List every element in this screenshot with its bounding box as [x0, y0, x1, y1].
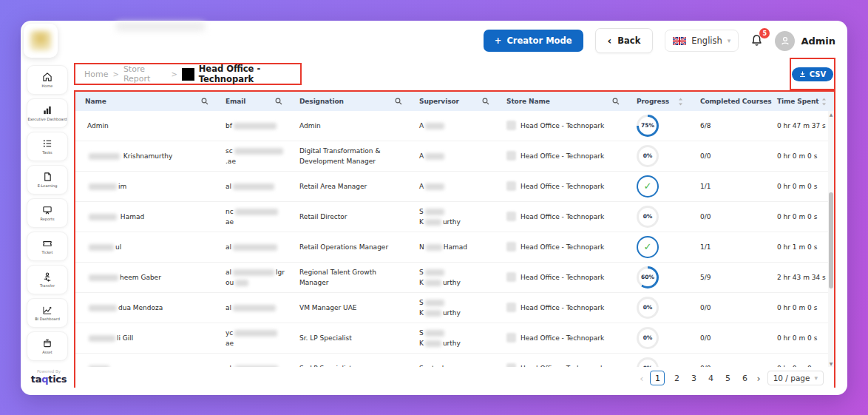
store-name-cell: Head Office - Technopark	[497, 117, 627, 135]
page-size-select[interactable]: 10 / page ▾	[767, 371, 824, 385]
store-name-text: Head Office - Technopark	[521, 272, 604, 283]
scroll-down-icon[interactable]: ▼	[828, 361, 834, 366]
page-size-value: 10 / page	[773, 374, 810, 382]
vertical-scrollbar[interactable]: ▲ ▼	[828, 111, 834, 367]
blurred-segment	[425, 123, 444, 129]
chevron-down-icon: ▾	[814, 374, 818, 382]
table-row: heem GaberallgrouRegional Talent Growth …	[75, 263, 834, 293]
search-icon[interactable]	[482, 98, 489, 105]
blurred-segment	[234, 330, 277, 337]
notification-badge: 5	[759, 28, 770, 38]
sidebar-item-label: BI Dashboard	[35, 317, 60, 321]
redacted-text-line: li Gill	[87, 334, 133, 342]
pagination-page-3[interactable]: 3	[688, 374, 699, 383]
sidebar-item-elearning[interactable]: E-Learning	[27, 165, 68, 195]
creator-mode-button[interactable]: + Creator Mode	[484, 30, 583, 52]
store-name-cell: Head Office - Technopark	[497, 299, 627, 317]
breadcrumb-separator: >	[171, 70, 177, 78]
pagination-page-6[interactable]: 6	[739, 374, 750, 383]
pagination-prev-icon[interactable]: ‹	[640, 374, 643, 383]
column-header-supervisor: Supervisor	[410, 92, 497, 111]
store-name-text: Head Office - Technopark	[521, 121, 604, 131]
sidebar-item-label: Tasks	[42, 150, 52, 155]
designation-cell: Sr. LP Specialist	[290, 360, 410, 367]
time-spent-cell: 0 hr 0 m 0 s	[767, 147, 834, 165]
sidebar-item-transfer[interactable]: Transfer	[27, 265, 68, 294]
blurred-segment	[89, 214, 117, 220]
progress-cell: 0%	[627, 323, 691, 353]
pagination-page-1[interactable]: 1	[650, 371, 665, 385]
completed-courses-cell: 6/8	[691, 117, 767, 135]
pagination-page-4[interactable]: 4	[705, 374, 716, 383]
search-icon[interactable]	[395, 98, 402, 105]
pagination-next-icon[interactable]: ›	[756, 374, 760, 383]
blurred-segment	[89, 274, 118, 281]
sidebar-item-label: Reports	[40, 217, 54, 221]
scrollbar-thumb[interactable]	[829, 192, 833, 289]
designation-cell: Regional Talent Growth Manager	[290, 263, 410, 292]
supervisor-cell: A	[410, 147, 497, 165]
breadcrumb-store-report[interactable]: Store Report	[123, 64, 167, 84]
store-name-cell: Head Office - Technopark	[497, 147, 627, 165]
csv-download-button[interactable]: CSV	[792, 67, 833, 81]
sidebar-item-tasks[interactable]: Tasks	[27, 132, 68, 161]
sidebar-item-ticket[interactable]: Ticket	[27, 232, 68, 261]
time-spent-cell: 0 hr 1 m 0 s	[767, 238, 834, 256]
chevron-down-icon: ▾	[728, 37, 731, 44]
store-logo-blur	[506, 121, 516, 130]
search-icon[interactable]	[275, 98, 282, 105]
blurred-segment	[89, 365, 109, 367]
store-logo-blur	[506, 212, 516, 221]
redacted-text-line: sc.ae	[226, 147, 285, 165]
store-logo-blur	[506, 363, 516, 367]
scroll-up-icon[interactable]: ▲	[828, 112, 834, 117]
blurred-segment	[425, 300, 444, 306]
column-label: Completed Courses	[700, 98, 772, 105]
store-name-text: Head Office - Technopark	[521, 242, 604, 252]
search-icon[interactable]	[612, 98, 620, 105]
column-label: Designation	[299, 98, 344, 105]
column-header-email: Email	[216, 92, 290, 111]
store-logo-blur	[506, 151, 516, 161]
redacted-text-line: Kurthy	[419, 279, 461, 286]
time-spent-cell: 2 hr 43 m 34 s	[767, 269, 834, 286]
company-logo[interactable]	[24, 24, 58, 58]
progress-cell: 60%	[627, 263, 691, 292]
sidebar-item-asset[interactable]: Asset	[27, 331, 68, 361]
redacted-text-line: ou	[226, 279, 250, 286]
plus-icon: +	[495, 36, 502, 46]
redacted-title-blur	[115, 22, 206, 31]
sidebar-item-executive-dashboard[interactable]: Executive Dashboard	[27, 98, 68, 128]
sidebar-item-bi-dashboard[interactable]: BI Dashboard	[27, 298, 68, 328]
redacted-text-line: Kurthy	[419, 340, 461, 347]
progress-cell: 0%	[627, 293, 691, 323]
pagination-pages: 123456	[650, 371, 750, 385]
blurred-segment	[233, 183, 274, 190]
csv-export-area: CSV	[790, 58, 835, 90]
breadcrumb-home[interactable]: Home	[84, 70, 108, 79]
search-icon[interactable]	[201, 98, 208, 105]
store-name-cell: Head Office - Technopark	[497, 360, 627, 367]
column-header-store-name: Store Name	[497, 92, 627, 111]
sort-icon[interactable]	[821, 98, 827, 106]
language-selector[interactable]: English ▾	[665, 30, 739, 52]
store-logo-blur	[506, 181, 516, 191]
completed-courses-cell: 0/0	[691, 360, 767, 367]
progress-ring: 0%	[637, 297, 659, 319]
pagination-page-2[interactable]: 2	[671, 374, 682, 383]
redacted-text-line: Santosh	[419, 365, 446, 367]
back-button[interactable]: ‹ Back	[595, 28, 654, 53]
blurred-segment	[426, 244, 442, 251]
download-icon	[799, 71, 806, 78]
designation-cell: Admin	[290, 117, 410, 135]
pagination-page-5[interactable]: 5	[722, 374, 733, 383]
notifications-button[interactable]: 5	[750, 34, 763, 47]
progress-value: 0%	[639, 147, 657, 165]
user-name: Admin	[801, 36, 835, 47]
sort-icon[interactable]	[678, 98, 683, 106]
user-menu[interactable]: Admin	[775, 31, 835, 51]
sidebar-item-home[interactable]: Home	[27, 65, 68, 95]
sidebar-item-reports[interactable]: Reports	[27, 198, 68, 228]
supervisor-cell: SKurthy	[410, 294, 497, 323]
redacted-text-line: S	[419, 299, 446, 306]
